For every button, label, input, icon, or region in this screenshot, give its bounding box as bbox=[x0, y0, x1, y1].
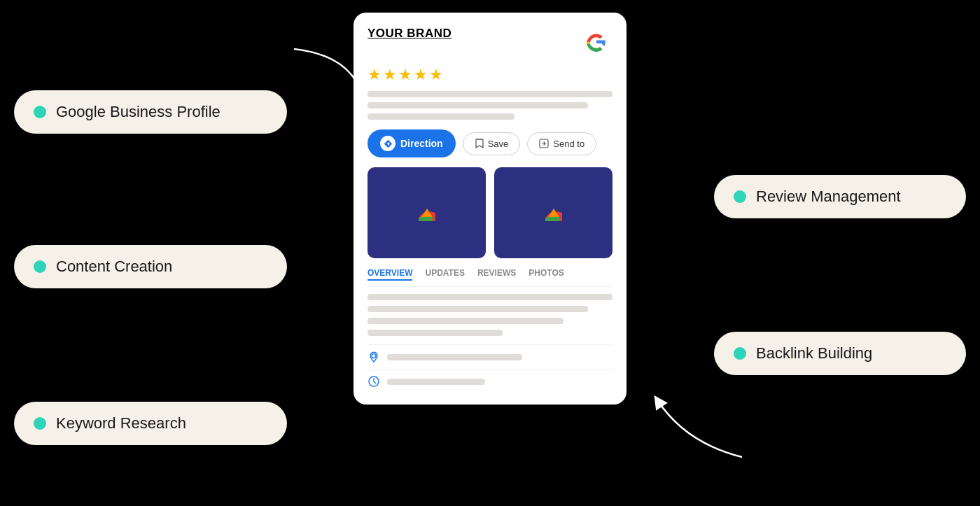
hours-skel bbox=[387, 379, 485, 385]
gbp-card: YOUR BRAND ★★★★★ bbox=[354, 13, 626, 405]
description-skeleton bbox=[368, 91, 612, 120]
save-label: Save bbox=[488, 139, 509, 149]
hours-row bbox=[368, 369, 612, 393]
location-skel bbox=[387, 354, 522, 360]
direction-button[interactable]: Direction bbox=[368, 129, 456, 157]
skel-line-1 bbox=[368, 91, 612, 97]
tab-reviews[interactable]: REVIEWS bbox=[477, 268, 516, 281]
google-logo bbox=[580, 27, 612, 59]
pill-google-business-profile: Google Business Profile bbox=[14, 90, 287, 134]
thumbnail-1 bbox=[368, 167, 486, 258]
pill-backlink-building: Backlink Building bbox=[714, 332, 966, 375]
pill-review-management: Review Management bbox=[714, 175, 966, 218]
send-icon bbox=[539, 139, 549, 148]
skel-line-2 bbox=[368, 102, 588, 108]
dot-content bbox=[34, 260, 46, 273]
overview-content-skeleton bbox=[368, 294, 612, 336]
tab-updates[interactable]: UPDATES bbox=[425, 268, 464, 281]
svg-point-4 bbox=[372, 354, 376, 358]
tab-photos[interactable]: PHOTOS bbox=[528, 268, 564, 281]
dot-review bbox=[734, 190, 746, 203]
dot-gbp bbox=[34, 106, 46, 118]
label-keyword: Keyword Research bbox=[56, 414, 186, 433]
label-content: Content Creation bbox=[56, 258, 172, 276]
card-header: YOUR BRAND bbox=[368, 27, 612, 59]
label-review: Review Management bbox=[756, 188, 901, 206]
dot-keyword bbox=[34, 417, 46, 430]
save-button[interactable]: Save bbox=[463, 132, 521, 155]
location-row bbox=[368, 344, 612, 369]
overview-skel-1 bbox=[368, 294, 612, 300]
direction-icon bbox=[380, 136, 396, 151]
overview-skel-3 bbox=[368, 318, 564, 324]
overview-skel-4 bbox=[368, 330, 503, 336]
skel-line-3 bbox=[368, 113, 514, 120]
save-icon bbox=[475, 139, 484, 148]
label-backlink: Backlink Building bbox=[756, 344, 872, 363]
clock-icon bbox=[368, 375, 380, 388]
dot-backlink bbox=[734, 347, 746, 360]
card-tabs: OVERVIEW UPDATES REVIEWS PHOTOS bbox=[368, 268, 612, 287]
pill-content-creation: Content Creation bbox=[14, 245, 287, 288]
photo-thumbnails bbox=[368, 167, 612, 258]
tab-overview[interactable]: OVERVIEW bbox=[368, 268, 412, 281]
send-to-button[interactable]: Send to bbox=[527, 132, 596, 155]
direction-label: Direction bbox=[400, 138, 443, 149]
location-icon bbox=[368, 351, 380, 363]
diamond-arrow-icon bbox=[384, 139, 393, 148]
snap-icon-1 bbox=[413, 199, 441, 227]
action-buttons-row: Direction Save Send to bbox=[368, 129, 612, 157]
arrow-backlink bbox=[616, 373, 770, 464]
overview-skel-2 bbox=[368, 306, 588, 312]
star-rating: ★★★★★ bbox=[368, 66, 612, 84]
main-scene: Google Business Profile Content Creation… bbox=[0, 0, 980, 506]
thumbnail-2 bbox=[494, 167, 612, 258]
send-label: Send to bbox=[553, 139, 584, 149]
brand-name: YOUR BRAND bbox=[368, 27, 451, 41]
pill-keyword-research: Keyword Research bbox=[14, 402, 287, 445]
label-gbp: Google Business Profile bbox=[56, 103, 220, 121]
snap-icon-2 bbox=[540, 199, 568, 227]
